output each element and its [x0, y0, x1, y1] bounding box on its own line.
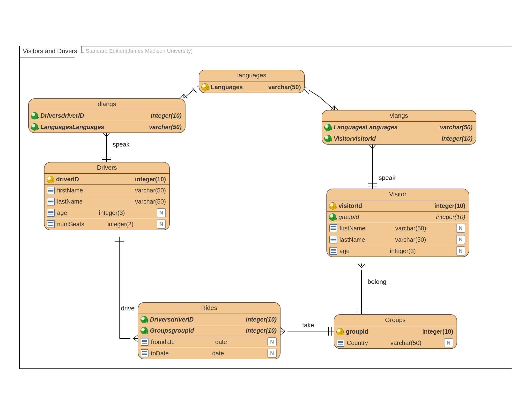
col-type: integer(10): [422, 328, 453, 335]
col-type: date: [212, 350, 224, 357]
fk-icon: [141, 316, 148, 323]
entity-rides[interactable]: Rides DriversdriverID integer(10) Groups…: [138, 302, 281, 359]
col-name: Country: [347, 339, 368, 346]
col-name: age: [57, 209, 67, 216]
col-type: integer(10): [434, 202, 465, 209]
col-name: Languages: [211, 84, 243, 91]
entity-vlangs[interactable]: vlangs LanguagesLanguages varchar(50) Vi…: [322, 110, 476, 145]
pk-icon: [47, 176, 54, 183]
col-name: firstName: [340, 225, 365, 232]
erd-canvas: Visual Paradigm for UML Standard Edition…: [0, 0, 532, 411]
column-row: DriversdriverID integer(10): [29, 110, 185, 121]
frame-title: Visitors and Drivers: [19, 46, 82, 58]
nullable-icon: N: [456, 224, 465, 233]
rel-label-speak-1: speak: [113, 141, 129, 148]
column-row: numSeats integer(2) N: [45, 219, 169, 230]
col-name: age: [340, 248, 350, 255]
entity-groups[interactable]: Groups groupId integer(10) Country varch…: [334, 314, 457, 349]
column-icon: [47, 187, 55, 194]
col-type: varchar(50): [135, 198, 166, 205]
column-row: GroupsgroupId integer(10): [138, 325, 280, 336]
nullable-icon: N: [157, 208, 166, 217]
col-name: lastName: [57, 198, 83, 205]
nullable-icon: N: [444, 338, 453, 347]
entity-title: Rides: [138, 303, 280, 314]
nullable-icon: N: [456, 235, 465, 244]
col-type: integer(10): [246, 327, 277, 334]
entity-title: Groups: [334, 315, 456, 326]
nullable-icon: N: [456, 246, 465, 256]
entity-dlangs[interactable]: dlangs DriversdriverID integer(10) Langu…: [28, 98, 185, 133]
column-row: groupId integer(10): [334, 326, 456, 337]
column-row: DriversdriverID integer(10): [138, 314, 280, 325]
pk-icon: [329, 203, 336, 209]
fk-icon: [141, 327, 148, 334]
column-row: age integer(3) N: [45, 207, 169, 219]
col-name: GroupsgroupId: [150, 327, 194, 334]
entity-title: Drivers: [45, 162, 169, 174]
col-type: integer(3): [99, 209, 125, 216]
column-row: VisitorvisitorId integer(10): [322, 133, 476, 144]
col-name: visitorId: [339, 202, 362, 209]
col-type: integer(3): [390, 248, 416, 255]
entity-title: vlangs: [322, 111, 476, 122]
col-name: DriversdriverID: [150, 316, 194, 323]
column-row: lastName varchar(50): [45, 196, 169, 207]
col-name: lastName: [340, 236, 365, 243]
nullable-icon: N: [267, 349, 277, 358]
col-type: varchar(50): [395, 225, 426, 232]
col-type: varchar(50): [395, 236, 426, 243]
column-icon: [47, 209, 55, 217]
column-row: driverID integer(10): [45, 174, 169, 185]
col-name: fromdate: [151, 338, 175, 346]
column-icon: [329, 224, 337, 232]
col-name: DriversdriverID: [40, 112, 84, 119]
col-name: groupId: [339, 214, 359, 221]
col-name: LanguagesLanguages: [40, 123, 104, 131]
column-icon: [337, 339, 344, 347]
col-type: integer(10): [436, 214, 465, 221]
col-name: toDate: [151, 350, 169, 357]
col-name: numSeats: [57, 221, 84, 228]
column-icon: [141, 338, 149, 346]
column-row: lastName varchar(50) N: [327, 234, 469, 245]
fk-icon: [324, 135, 331, 142]
column-icon: [47, 198, 55, 206]
pk-icon: [202, 84, 209, 90]
column-row: firstName varchar(50) N: [327, 223, 469, 234]
col-type: varchar(50): [149, 123, 182, 131]
entity-title: dlangs: [29, 99, 185, 110]
rel-label-speak-2: speak: [379, 174, 395, 182]
column-row: visitorId integer(10): [327, 200, 469, 212]
entity-title: languages: [199, 70, 304, 82]
col-type: integer(2): [108, 221, 133, 228]
nullable-icon: N: [267, 337, 277, 346]
column-icon: [329, 236, 337, 243]
column-row: Country varchar(50) N: [334, 337, 456, 348]
col-type: integer(10): [442, 135, 473, 142]
col-type: varchar(50): [390, 339, 421, 346]
col-type: date: [215, 338, 227, 346]
rel-label-drive: drive: [121, 305, 134, 312]
col-type: integer(10): [246, 316, 277, 323]
column-row: age integer(3) N: [327, 245, 469, 257]
column-row: fromdate date N: [138, 336, 280, 348]
column-row: firstName varchar(50): [45, 185, 169, 196]
nullable-icon: N: [157, 220, 166, 229]
entity-visitor[interactable]: Visitor visitorId integer(10) groupId in…: [326, 188, 469, 257]
column-row: LanguagesLanguages varchar(50): [29, 121, 185, 132]
col-type: varchar(50): [440, 124, 473, 131]
column-icon: [47, 220, 55, 228]
fk-icon: [31, 123, 38, 130]
rel-label-take: take: [302, 322, 314, 329]
fk-icon: [329, 214, 336, 221]
column-row: Languages varchar(50): [199, 82, 304, 93]
entity-drivers[interactable]: Drivers driverID integer(10) firstName v…: [44, 162, 170, 230]
col-type: varchar(50): [268, 84, 301, 91]
pk-icon: [337, 328, 343, 335]
entity-languages[interactable]: languages Languages varchar(50): [199, 70, 305, 93]
column-icon: [329, 247, 337, 255]
col-type: integer(10): [151, 112, 182, 119]
entity-title: Visitor: [327, 189, 469, 200]
col-name: VisitorvisitorId: [334, 135, 376, 142]
